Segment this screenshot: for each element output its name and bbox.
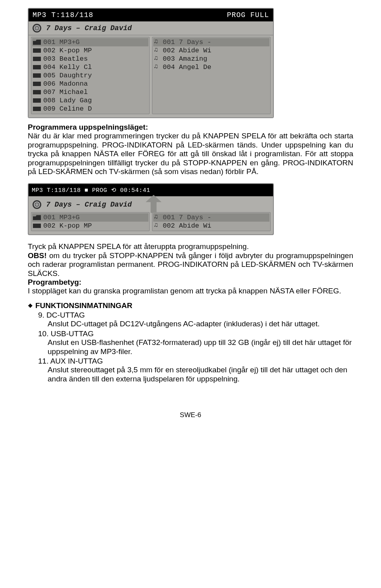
list-item-label: 001 7 Days - (163, 38, 211, 46)
screen1-header: MP3 T:118/118 PROG FULL (29, 9, 273, 21)
para1-body: När du är klar med programmeringen tryck… (28, 132, 353, 176)
screen1-left-column: 001 MP3+G002 K-pop MP003 Beatles004 Kell… (31, 37, 150, 114)
list-item: 006 Madonna (32, 80, 148, 88)
para2-obs-label: OBS! (28, 251, 47, 260)
function-item-body: Anslut en USB-flashenhet (FAT32-formater… (38, 338, 353, 356)
folder-bar-icon (33, 98, 41, 103)
screen2-right-column: 001 7 Days -002 Abide Wi (152, 212, 271, 231)
up-arrow-icon (144, 195, 164, 213)
list-item-label: 007 Michael (43, 88, 88, 96)
screen1-header-right: PROG FULL (227, 11, 269, 19)
list-item-label: 002 K-pop MP (43, 222, 92, 230)
list-item: 001 7 Days - (153, 38, 269, 46)
list-item-label: 006 Madonna (43, 80, 88, 88)
list-item: 002 Abide Wi (153, 46, 269, 55)
list-item-label: 005 Daughtry (43, 72, 92, 79)
list-item: 002 K-pop MP (32, 46, 148, 55)
screen1-body: 001 MP3+G002 K-pop MP003 Beatles004 Kell… (29, 35, 273, 117)
list-item-label: 001 MP3+G (43, 38, 80, 46)
list-item-label: 002 Abide Wi (163, 222, 211, 230)
screen2-header: MP3 T:118/118 ■ PROG ⟲ 00:54:41 (29, 184, 273, 196)
list-item: 001 MP3+G (32, 213, 148, 222)
function-item-title: 11. AUX IN-UTTAG (38, 357, 353, 366)
screen1-now-playing: 7 Days – Craig David (46, 24, 132, 32)
screen1-header-left: MP3 T:118/118 (33, 11, 93, 19)
music-note-icon (154, 223, 160, 229)
para2-obs: OBS! om du trycker på STOPP-KNAPPEN två … (28, 251, 353, 278)
list-item: 008 Lady Gag (32, 96, 148, 105)
para2-line1: Tryck på KNAPPEN SPELA för att återuppta… (28, 242, 353, 251)
function-item: 11. AUX IN-UTTAGAnslut stereouttaget på … (38, 357, 353, 383)
func-heading: FUNKTIONSINMATNINGAR (35, 301, 133, 310)
folder-bar-icon (33, 48, 41, 53)
list-item-label: 003 Amazing (163, 55, 207, 63)
list-item-label: 004 Angel De (163, 63, 211, 71)
music-note-icon (154, 56, 160, 62)
list-item: 004 Angel De (153, 63, 269, 71)
screen2-body: 001 MP3+G002 K-pop MP 001 7 Days -002 Ab… (29, 211, 273, 234)
function-item-title: 9. DC-UTTAG (38, 311, 353, 320)
music-note-icon (154, 64, 160, 70)
folder-bar-icon (33, 107, 41, 111)
function-list: 9. DC-UTTAGAnslut DC-uttaget på DC12V-ut… (28, 311, 353, 383)
function-item-title: 10. USB-UTTAG (38, 329, 353, 338)
list-item-label: 002 Abide Wi (163, 47, 211, 54)
screen2-header-left: MP3 T:118/118 ■ PROG ⟲ 00:54:41 (32, 186, 150, 194)
music-note-icon (154, 215, 160, 220)
para2-heading2: Programbetyg: (28, 278, 353, 287)
player-screenshot-2: MP3 T:118/118 ■ PROG ⟲ 00:54:41 7 Days –… (28, 183, 274, 235)
list-item-label: 004 Kelly Cl (43, 63, 92, 71)
list-item-label: 001 7 Days - (163, 214, 211, 221)
list-item: 002 Abide Wi (153, 222, 269, 230)
list-item: 001 7 Days - (153, 213, 269, 222)
folder-bar-icon (33, 57, 41, 61)
list-item: 004 Kelly Cl (32, 63, 148, 71)
function-item-body: Anslut stereouttaget på 3,5 mm för en st… (38, 366, 353, 383)
folder-bar-icon (33, 82, 41, 86)
screen1-right-column: 001 7 Days -002 Abide Wi003 Amazing004 A… (152, 37, 271, 114)
screen2-now-playing: 7 Days – Craig David (46, 201, 132, 209)
folder-bar-icon (33, 90, 41, 94)
list-item: 001 MP3+G (32, 38, 148, 46)
list-item-label: 002 K-pop MP (43, 47, 92, 54)
para1-heading: Programmera uppspelningsläget: (28, 123, 148, 131)
list-item-label: 001 MP3+G (43, 214, 80, 221)
diamond-icon: ❖ (28, 303, 33, 309)
list-item: 009 Celine D (32, 105, 148, 113)
func-heading-row: ❖ FUNKTIONSINMATNINGAR (28, 301, 353, 310)
disc-icon (33, 24, 41, 33)
list-item-label: 009 Celine D (43, 105, 92, 113)
para2-obs-body: om du trycker på STOPP-KNAPPEN två gånge… (28, 251, 353, 278)
list-item: 007 Michael (32, 88, 148, 96)
function-item-body: Anslut DC-uttaget på DC12V-utgångens AC-… (38, 320, 353, 328)
list-item-label: 008 Lady Gag (43, 97, 92, 104)
list-item: 005 Daughtry (32, 71, 148, 80)
music-note-icon (154, 39, 160, 45)
folder-bar-icon (33, 224, 41, 228)
folder-icon (33, 40, 41, 45)
screen1-now-playing-row: 7 Days – Craig David (29, 21, 273, 35)
screen2-left-column: 001 MP3+G002 K-pop MP (31, 212, 150, 231)
function-item: 9. DC-UTTAGAnslut DC-uttaget på DC12V-ut… (38, 311, 353, 329)
music-note-icon (154, 48, 160, 54)
screen2-now-playing-row: 7 Days – Craig David (29, 196, 273, 211)
list-item: 003 Amazing (153, 55, 269, 63)
disc-icon (33, 200, 41, 209)
list-item-label: 003 Beatles (43, 55, 88, 63)
list-item: 002 K-pop MP (32, 222, 148, 230)
folder-bar-icon (33, 65, 41, 69)
folder-icon (33, 215, 41, 220)
list-item: 003 Beatles (32, 55, 148, 63)
para2-body2: I stoppläget kan du granska programlista… (28, 287, 353, 295)
folder-bar-icon (33, 73, 41, 78)
player-screenshot-1: MP3 T:118/118 PROG FULL 7 Days – Craig D… (28, 8, 274, 118)
function-item: 10. USB-UTTAGAnslut en USB-flashenhet (F… (38, 329, 353, 356)
para1: Programmera uppspelningsläget: När du är… (28, 123, 353, 176)
page-number: SWE-6 (28, 411, 353, 419)
